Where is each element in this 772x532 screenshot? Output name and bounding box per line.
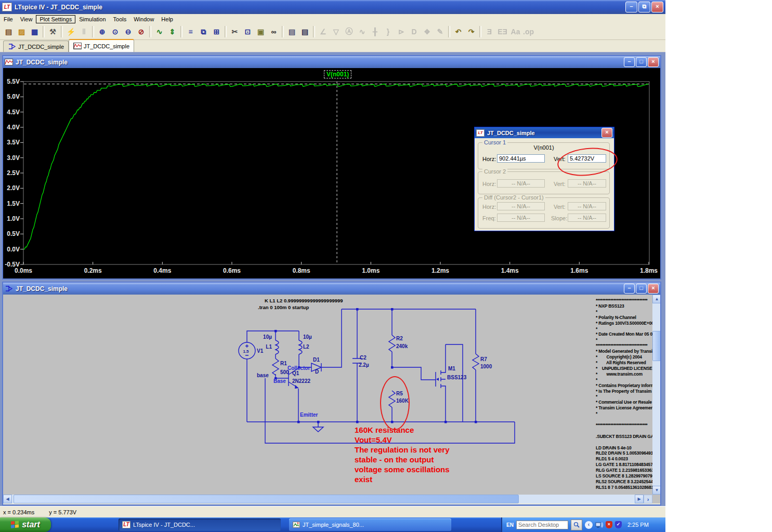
- task-label: JT_simple_signals_80...: [303, 522, 364, 528]
- vertical-scrollbar[interactable]: ▲ ▼: [652, 295, 660, 495]
- tab-waveform[interactable]: JT_DCDC_simple: [69, 39, 134, 52]
- tab-schematic[interactable]: JT_DCDC_simple: [3, 41, 69, 52]
- zoom-in-icon[interactable]: ⊕: [96, 25, 109, 38]
- r5-name[interactable]: R5: [396, 391, 403, 396]
- scroll-right-arrow[interactable]: ▶: [635, 495, 644, 503]
- collapse-tray-chevron-icon[interactable]: ‹: [585, 521, 593, 529]
- tile-windows-icon[interactable]: ⊞: [210, 25, 223, 38]
- m1-name[interactable]: M1: [448, 366, 455, 371]
- c2-name[interactable]: C2: [360, 355, 367, 361]
- net-label-emitter[interactable]: Emitter: [300, 412, 318, 418]
- d1-value[interactable]: D: [315, 369, 319, 375]
- menu-file[interactable]: File: [0, 15, 17, 23]
- cursor1-horz-value[interactable]: 902.441µs: [497, 154, 545, 163]
- search-button[interactable]: [571, 520, 582, 530]
- circuit-wires[interactable]: [239, 309, 515, 443]
- search-desktop-input[interactable]: [516, 521, 568, 529]
- scroll-down-arrow[interactable]: ▼: [652, 486, 660, 495]
- scroll-corner-button[interactable]: ›: [644, 495, 652, 503]
- vertical-scroll-thumb[interactable]: [652, 331, 660, 361]
- directive-tran[interactable]: .tran 0 100m 0 startup: [258, 304, 309, 310]
- menu-view[interactable]: View: [17, 15, 36, 23]
- cascade-windows-icon[interactable]: ⧉: [197, 25, 210, 38]
- scroll-up-arrow[interactable]: ▲: [652, 295, 660, 303]
- zoom-area-icon[interactable]: ⊙: [109, 25, 122, 38]
- print-setup-icon[interactable]: ▤: [285, 25, 298, 38]
- r2-value[interactable]: 240k: [396, 343, 408, 349]
- undo-icon[interactable]: ↶: [452, 25, 465, 38]
- v1-name[interactable]: V1: [257, 348, 264, 354]
- horizontal-scrollbar[interactable]: ◀ ▶: [3, 495, 644, 503]
- find-icon[interactable]: ∞: [267, 25, 280, 38]
- pan-icon[interactable]: ⇕: [166, 25, 179, 38]
- q1-value[interactable]: 2N2222: [292, 378, 310, 384]
- toolbar-separator: [479, 26, 481, 37]
- r2-name[interactable]: R2: [396, 336, 403, 341]
- maximize-button[interactable]: □: [636, 284, 647, 294]
- minimize-button[interactable]: –: [625, 2, 637, 12]
- control-panel-icon[interactable]: ⚒: [46, 25, 59, 38]
- horizontal-scroll-thumb[interactable]: [14, 495, 519, 503]
- minimize-button[interactable]: –: [624, 284, 635, 294]
- rotate-icon: Ǝ: [483, 25, 496, 38]
- c2-value[interactable]: 2.2µ: [359, 362, 369, 368]
- paste-icon[interactable]: ▣: [254, 25, 267, 38]
- drag-icon: ✎: [434, 25, 447, 38]
- save-icon[interactable]: ▦: [28, 25, 41, 38]
- directive-coupling[interactable]: K L1 L2 0.99999999999999999999: [265, 298, 343, 303]
- close-button[interactable]: ×: [651, 2, 663, 12]
- copy-icon[interactable]: ⊡: [241, 25, 254, 38]
- tile-horizontal-icon[interactable]: ≡: [184, 25, 197, 38]
- redo-icon[interactable]: ↷: [465, 25, 478, 38]
- maximize-button[interactable]: □: [636, 57, 647, 67]
- l1-name[interactable]: L1: [266, 344, 272, 350]
- r7-value[interactable]: 1000: [480, 364, 492, 369]
- l2-name[interactable]: L2: [303, 344, 309, 350]
- menu-window[interactable]: Window: [130, 15, 158, 23]
- start-button[interactable]: start: [0, 517, 51, 532]
- port-label-base[interactable]: base: [257, 373, 269, 378]
- taskbar-task-ltspice[interactable]: LT LTspice IV - JT_DCDC...: [119, 518, 281, 531]
- autorange-y-axis-icon[interactable]: ∿: [153, 25, 166, 38]
- l1-value[interactable]: 10µ: [263, 334, 272, 340]
- r7-name[interactable]: R7: [480, 356, 487, 362]
- net-label-collector[interactable]: Collector: [287, 365, 310, 371]
- close-button[interactable]: ×: [601, 128, 612, 138]
- close-button[interactable]: ×: [648, 284, 659, 294]
- scroll-left-arrow[interactable]: ◀: [3, 495, 12, 503]
- network-icon[interactable]: [595, 522, 603, 528]
- close-button[interactable]: ×: [648, 57, 659, 67]
- defender-shield-icon[interactable]: ✓: [615, 521, 622, 528]
- model-text-line: RLS1 8 7 0.054851361028683: [596, 485, 652, 490]
- menu-plot-settings[interactable]: Plot Settings: [36, 15, 75, 23]
- taskbar-task-image-viewer[interactable]: JT_simple_signals_80...: [289, 518, 451, 531]
- minimize-button[interactable]: –: [624, 57, 635, 67]
- schematic-canvas[interactable]: K L1 L2 0.99999999999999999999 .tran 0 1…: [3, 295, 660, 503]
- cut-icon[interactable]: ✂: [228, 25, 241, 38]
- open-icon[interactable]: ▨: [15, 25, 28, 38]
- language-indicator[interactable]: EN: [506, 522, 514, 528]
- signal-label[interactable]: V(n001): [324, 70, 351, 78]
- restore-button[interactable]: ⧉: [638, 2, 650, 12]
- d1-name[interactable]: D1: [313, 357, 320, 363]
- zoom-out-icon[interactable]: ⊖: [122, 25, 135, 38]
- annotation-line: 160K resistance: [355, 425, 450, 435]
- m1-value[interactable]: BSS123: [447, 375, 467, 380]
- r5-value[interactable]: 160K: [396, 398, 409, 404]
- net-label-base[interactable]: Base: [273, 378, 286, 384]
- circuit-drawing[interactable]: K L1 L2 0.99999999999999999999 .tran 0 1…: [4, 295, 597, 495]
- run-icon[interactable]: ⚡: [64, 25, 77, 38]
- new-schematic-icon[interactable]: ▤: [2, 25, 15, 38]
- menu-tools[interactable]: Tools: [110, 15, 130, 23]
- zoom-full-extents-icon[interactable]: ⊘: [135, 25, 148, 38]
- menu-simulation[interactable]: Simulation: [75, 15, 109, 23]
- security-alert-shield-icon[interactable]: ×: [606, 521, 612, 528]
- taskbar-clock[interactable]: 2:25 PM: [627, 522, 649, 528]
- l2-value[interactable]: 10µ: [303, 334, 312, 340]
- cursor1-vert-value[interactable]: 5.42732V: [568, 154, 606, 163]
- print-icon[interactable]: ▤: [298, 25, 311, 38]
- v1-value[interactable]: 1.5: [243, 349, 249, 354]
- menu-help[interactable]: Help: [158, 15, 177, 23]
- r1-name[interactable]: R1: [280, 361, 287, 366]
- q1-name[interactable]: Q1: [292, 370, 299, 376]
